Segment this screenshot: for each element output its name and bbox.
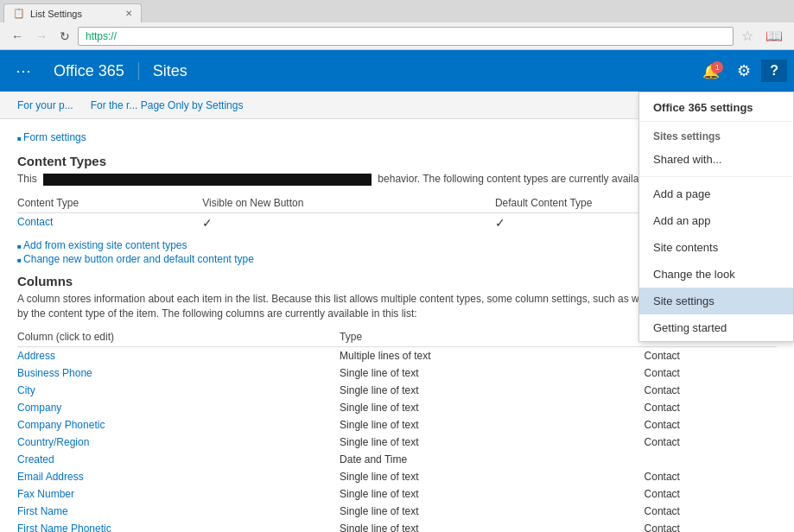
- table-row: Country/Region Single line of text Conta…: [17, 434, 777, 451]
- menu-item-getting-started[interactable]: Getting started: [639, 314, 793, 341]
- columns-table: Column (click to edit) Type Used in Addr…: [17, 327, 777, 532]
- column-name[interactable]: Fax Number: [17, 485, 340, 503]
- address-bar[interactable]: [78, 27, 734, 46]
- refresh-button[interactable]: ↻: [55, 28, 74, 45]
- table-row: First Name Single line of text Contact: [17, 503, 777, 520]
- table-row: Fax Number Single line of text Contact: [17, 485, 777, 503]
- column-used-in: Contact: [645, 485, 777, 503]
- browser-tabs: 📋 List Settings ✕: [0, 0, 794, 22]
- column-name[interactable]: First Name Phonetic: [17, 520, 340, 532]
- menu-item-shared-with[interactable]: Shared with...: [639, 146, 793, 173]
- back-button[interactable]: ←: [7, 28, 28, 45]
- column-type: Single line of text: [340, 520, 644, 532]
- top-nav-bar: ⋯ Office 365 Sites 🔔 1 ⚙ ? Office 365 se…: [0, 50, 794, 92]
- column-type: Single line of text: [340, 416, 644, 434]
- notification-badge: 1: [711, 61, 723, 73]
- column-name[interactable]: Company: [17, 399, 340, 416]
- column-type: Single line of text: [340, 434, 644, 451]
- help-button[interactable]: ?: [761, 60, 787, 82]
- table-row: Email Address Single line of text Contac…: [17, 468, 777, 485]
- table-row: Business Phone Single line of text Conta…: [17, 364, 777, 382]
- col-header-column: Column (click to edit): [17, 327, 340, 347]
- settings-gear-button[interactable]: ⚙: [730, 58, 758, 84]
- column-used-in: Contact: [645, 434, 777, 451]
- column-name[interactable]: Created: [17, 451, 340, 468]
- grid-icon[interactable]: ⋯: [7, 61, 40, 80]
- notification-button[interactable]: 🔔 1: [696, 60, 727, 83]
- menu-item-change-look[interactable]: Change the look: [639, 261, 793, 288]
- column-used-in: Contact: [645, 520, 777, 532]
- column-used-in: Contact: [645, 382, 777, 399]
- col-header-visible: Visible on New Button: [202, 193, 495, 213]
- column-type: Single line of text: [340, 399, 644, 416]
- tab-favicon: 📋: [13, 8, 25, 19]
- column-used-in: Contact: [645, 364, 777, 382]
- column-name[interactable]: First Name: [17, 503, 340, 520]
- column-type: Multiple lines of text: [340, 347, 644, 365]
- forward-button[interactable]: →: [31, 28, 52, 45]
- redacted-content: [43, 174, 372, 186]
- table-row: First Name Phonetic Single line of text …: [17, 520, 777, 532]
- table-row: City Single line of text Contact: [17, 382, 777, 399]
- column-used-in: Contact: [645, 347, 777, 365]
- menu-item-site-contents[interactable]: Site contents: [639, 234, 793, 261]
- column-used-in: Contact: [645, 468, 777, 485]
- bookmark-button[interactable]: ☆: [737, 26, 758, 46]
- read-view-button[interactable]: 📖: [761, 26, 787, 46]
- visible-checkmark: ✓: [202, 212, 495, 232]
- column-name[interactable]: Business Phone: [17, 364, 340, 382]
- column-type: Single line of text: [340, 485, 644, 503]
- nav-right-controls: 🔔 1 ⚙ ?: [696, 58, 787, 84]
- subnav-link-2[interactable]: For the r... Page Only by Settings: [91, 99, 244, 111]
- app-name-label: Office 365: [40, 62, 139, 80]
- menu-item-add-page[interactable]: Add a page: [639, 180, 793, 207]
- menu-item-site-settings[interactable]: Site settings: [639, 288, 793, 314]
- office365-settings-item[interactable]: Office 365 settings: [639, 92, 793, 122]
- column-name[interactable]: City: [17, 382, 340, 399]
- browser-nav: ← → ↻ ☆ 📖: [0, 22, 794, 49]
- column-name[interactable]: Address: [17, 347, 340, 365]
- column-type: Single line of text: [340, 364, 644, 382]
- column-used-in: Contact: [645, 503, 777, 520]
- table-row: Company Single line of text Contact: [17, 399, 777, 416]
- column-name[interactable]: Country/Region: [17, 434, 340, 451]
- col-header-content-type: Content Type: [17, 193, 202, 213]
- menu-item-add-app[interactable]: Add an app: [639, 207, 793, 234]
- settings-dropdown-menu: Office 365 settings Sites settings Share…: [638, 92, 794, 342]
- column-name[interactable]: Company Phonetic: [17, 416, 340, 434]
- content-type-name[interactable]: Contact: [17, 212, 202, 232]
- column-type: Single line of text: [340, 468, 644, 485]
- browser-chrome: 📋 List Settings ✕ ← → ↻ ☆ 📖: [0, 0, 794, 50]
- browser-tab[interactable]: 📋 List Settings ✕: [3, 3, 142, 22]
- site-name-label: Sites: [139, 62, 201, 80]
- column-type: Single line of text: [340, 382, 644, 399]
- tab-title: List Settings: [30, 9, 82, 19]
- column-type: Single line of text: [340, 503, 644, 520]
- subnav-link-1[interactable]: For your p...: [17, 99, 73, 111]
- table-row: Address Multiple lines of text Contact: [17, 347, 777, 365]
- tab-close-button[interactable]: ✕: [125, 9, 132, 18]
- table-row: Created Date and Time: [17, 451, 777, 468]
- column-used-in: Contact: [645, 416, 777, 434]
- column-used-in: [645, 451, 777, 468]
- col-header-type: Type: [340, 327, 644, 347]
- menu-divider-1: [639, 176, 793, 177]
- column-type: Date and Time: [340, 451, 644, 468]
- sites-settings-label: Sites settings: [639, 122, 793, 146]
- content-types-desc-before: This: [17, 173, 37, 185]
- table-row: Company Phonetic Single line of text Con…: [17, 416, 777, 434]
- column-name[interactable]: Email Address: [17, 468, 340, 485]
- column-used-in: Contact: [645, 399, 777, 416]
